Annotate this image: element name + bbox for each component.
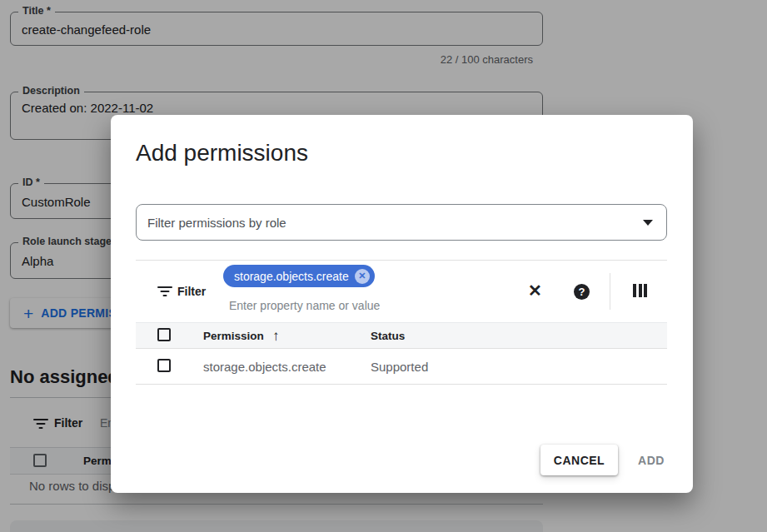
filter-chip-label: storage.objects.create xyxy=(234,270,349,283)
dialog-table-header: Permission ↑ Status xyxy=(136,322,667,349)
add-permissions-dialog: Add permissions Filter permissions by ro… xyxy=(111,115,693,493)
chevron-down-icon xyxy=(643,220,653,226)
row-permission-cell: storage.objects.create xyxy=(203,360,326,374)
permission-column-header[interactable]: Permission xyxy=(203,330,264,342)
role-filter-dropdown[interactable]: Filter permissions by role xyxy=(136,204,667,241)
clear-filter-icon[interactable]: ✕ xyxy=(528,281,542,301)
filter-icon xyxy=(157,286,172,296)
divider xyxy=(136,260,667,261)
role-filter-dropdown-value: Filter permissions by role xyxy=(147,216,286,230)
filter-chip[interactable]: storage.objects.create ✕ xyxy=(223,265,375,287)
table-row[interactable]: storage.objects.create Supported xyxy=(136,349,667,385)
add-button[interactable]: ADD xyxy=(625,445,677,475)
divider xyxy=(610,273,610,310)
cancel-button[interactable]: CANCEL xyxy=(540,445,618,475)
sort-ascending-icon[interactable]: ↑ xyxy=(272,328,280,345)
dialog-filter-label: Filter xyxy=(177,285,206,298)
help-icon[interactable]: ? xyxy=(574,284,590,300)
dialog-title: Add permissions xyxy=(136,140,308,167)
status-column-header: Status xyxy=(371,330,405,342)
column-display-icon[interactable] xyxy=(633,284,647,297)
dialog-filter-input[interactable]: Enter property name or value xyxy=(229,299,380,312)
select-all-checkbox[interactable] xyxy=(157,328,171,341)
chip-remove-icon[interactable]: ✕ xyxy=(355,269,370,284)
row-status-cell: Supported xyxy=(371,360,428,374)
row-checkbox[interactable] xyxy=(157,359,171,372)
